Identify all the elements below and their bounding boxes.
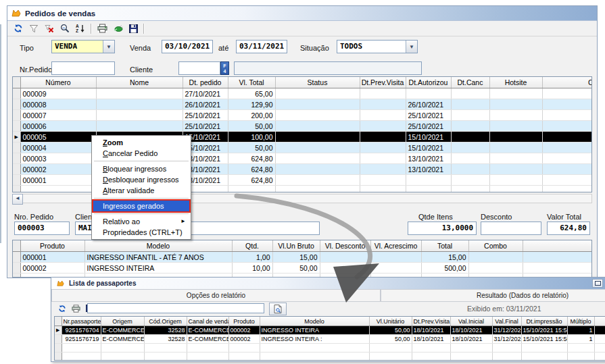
column-header[interactable]: Produto <box>20 240 84 252</box>
cell[interactable] <box>542 99 592 110</box>
cell[interactable]: 000009 <box>20 88 96 99</box>
cell[interactable]: 9251576719 <box>62 335 101 344</box>
cell[interactable] <box>542 121 592 132</box>
cell[interactable] <box>275 153 360 164</box>
cell[interactable] <box>489 175 542 186</box>
cell[interactable] <box>370 252 421 263</box>
cell[interactable] <box>369 344 412 353</box>
maximize-button[interactable] <box>592 279 603 288</box>
cell[interactable] <box>360 121 406 132</box>
cell[interactable] <box>451 175 489 186</box>
cell[interactable]: 1,00 <box>232 252 272 263</box>
cell[interactable] <box>489 110 542 121</box>
venda-ate-field[interactable]: 03/11/2021 <box>236 40 287 53</box>
cell[interactable] <box>320 252 370 263</box>
chevron-down-icon[interactable]: ▼ <box>103 41 114 53</box>
cell[interactable]: 18/10/2021 <box>450 335 492 344</box>
cell[interactable] <box>275 110 360 121</box>
cell[interactable]: E-COMMERCE <box>101 335 144 344</box>
cell[interactable] <box>360 153 406 164</box>
cell[interactable]: 13/10/2021 <box>406 164 451 175</box>
cell[interactable]: 000007 <box>20 110 96 121</box>
cell[interactable] <box>451 142 489 153</box>
cell[interactable] <box>489 142 542 153</box>
table-row[interactable]: 00000927/10/202165,00 <box>13 88 592 99</box>
cell[interactable] <box>489 164 542 175</box>
column-header[interactable]: Dt.Prev.Visita <box>360 77 406 88</box>
cell[interactable]: 15,00 <box>272 252 320 263</box>
save-icon[interactable] <box>128 24 139 34</box>
cell[interactable] <box>594 326 605 335</box>
cell[interactable] <box>523 252 592 263</box>
cell[interactable] <box>406 175 451 186</box>
cell[interactable] <box>412 344 450 353</box>
print-icon[interactable] <box>70 303 81 313</box>
cell[interactable]: 25/10/2021 <box>406 110 451 121</box>
context-menu-item[interactable]: Ingressos gerados <box>93 201 189 211</box>
column-header[interactable]: Vl. Acrescimo <box>370 240 421 252</box>
cell[interactable] <box>187 353 228 361</box>
cell[interactable]: 129,90 <box>228 99 275 110</box>
refresh-icon[interactable] <box>57 303 68 313</box>
cell[interactable] <box>542 153 592 164</box>
quick-export-icon[interactable] <box>112 24 123 34</box>
passport-window-titlebar[interactable]: Lista de passaportes <box>51 278 605 290</box>
context-menu-item[interactable]: Zoom <box>93 137 189 148</box>
cell[interactable] <box>360 99 406 110</box>
cell[interactable]: INGRESSO INTEIRA <box>84 263 232 274</box>
cell[interactable]: 15/10/2021 15:50:00 <box>521 335 567 344</box>
column-header[interactable]: Origem <box>101 317 144 326</box>
table-row[interactable] <box>55 344 605 353</box>
refresh-icon[interactable] <box>13 24 24 34</box>
cell[interactable] <box>228 353 260 361</box>
column-header[interactable]: Modelo <box>260 317 369 326</box>
cell[interactable] <box>101 344 144 353</box>
cell[interactable]: 9251576704 <box>62 326 101 335</box>
passport-search-input[interactable] <box>87 303 264 313</box>
cell[interactable] <box>228 186 275 193</box>
cell[interactable] <box>275 142 360 153</box>
situacao-select[interactable]: TODOS ▼ <box>337 40 418 53</box>
cell[interactable]: 65,00 <box>228 88 275 99</box>
cell[interactable]: 624,80 <box>228 153 275 164</box>
search-icon[interactable]: n <box>59 24 70 34</box>
cell[interactable] <box>542 175 592 186</box>
table-row[interactable]: 00000725/10/2021200,0025/10/2021 <box>13 110 592 121</box>
cell[interactable]: 500,00 <box>421 263 468 274</box>
tipo-select[interactable]: VENDA ▼ <box>51 40 115 53</box>
column-header[interactable]: Val.Final <box>492 317 521 326</box>
cell[interactable]: 27/10/2021 <box>183 88 228 99</box>
cell[interactable] <box>406 186 451 193</box>
cell[interactable] <box>275 88 360 99</box>
cell[interactable] <box>275 99 360 110</box>
column-header[interactable]: Hotsite <box>489 77 542 88</box>
cell[interactable] <box>567 353 594 361</box>
cell[interactable]: 25/10/2021 <box>183 121 228 132</box>
column-header[interactable]: Dt.impressão <box>521 317 567 326</box>
column-header[interactable]: Vl. Total <box>228 77 275 88</box>
cell[interactable]: 32528 <box>144 326 187 335</box>
column-header[interactable]: Cód.Origem <box>144 317 187 326</box>
cell[interactable] <box>542 110 592 121</box>
cell[interactable] <box>360 164 406 175</box>
cell[interactable]: 13/10/2021 <box>406 153 451 164</box>
cell[interactable] <box>275 186 360 193</box>
column-header[interactable]: Nr.passaporte <box>62 317 101 326</box>
cell[interactable] <box>275 164 360 175</box>
cell[interactable]: 50,00 <box>272 263 320 274</box>
cell[interactable] <box>275 175 360 186</box>
cell[interactable]: 000005 <box>20 132 96 142</box>
cell[interactable]: 200,00 <box>228 110 275 121</box>
cell[interactable] <box>275 121 360 132</box>
cell[interactable]: 15/10/2021 <box>406 132 451 142</box>
column-header[interactable]: Número <box>20 77 96 88</box>
cell[interactable]: E-COMMERCE <box>101 326 144 335</box>
column-header[interactable]: Vl.Unitário <box>369 317 412 326</box>
cell[interactable] <box>370 263 421 274</box>
cell[interactable] <box>468 263 523 274</box>
cell[interactable] <box>489 132 542 142</box>
column-header[interactable]: Múltiplo <box>567 317 594 326</box>
cell[interactable] <box>101 353 144 361</box>
cell[interactable] <box>542 132 592 142</box>
cell[interactable]: 1 <box>567 326 594 335</box>
